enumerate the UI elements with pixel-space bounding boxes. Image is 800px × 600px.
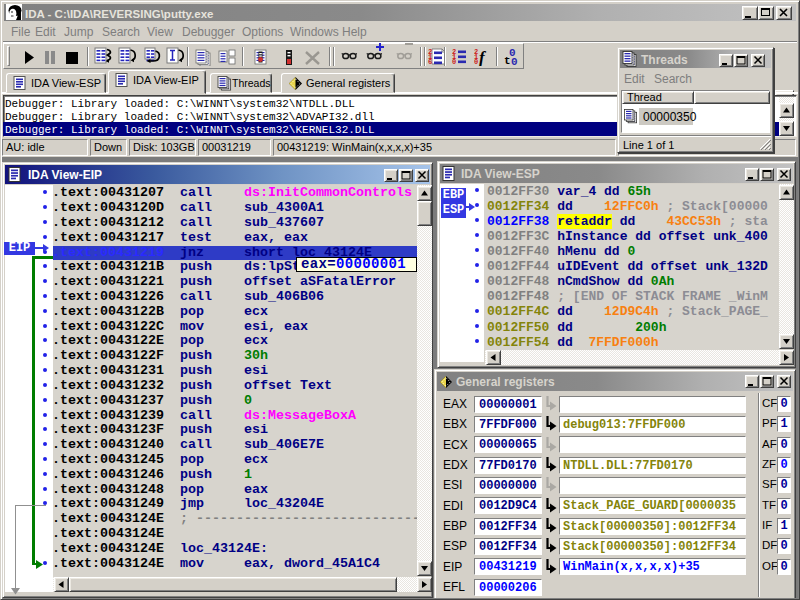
svg-text:0: 0 <box>511 56 518 66</box>
svg-text:0: 0 <box>474 58 478 66</box>
svg-text:f: f <box>479 48 487 66</box>
svg-text:t: t <box>504 55 511 66</box>
svg-text:6: 6 <box>428 58 432 66</box>
svg-text:0: 0 <box>452 58 456 66</box>
